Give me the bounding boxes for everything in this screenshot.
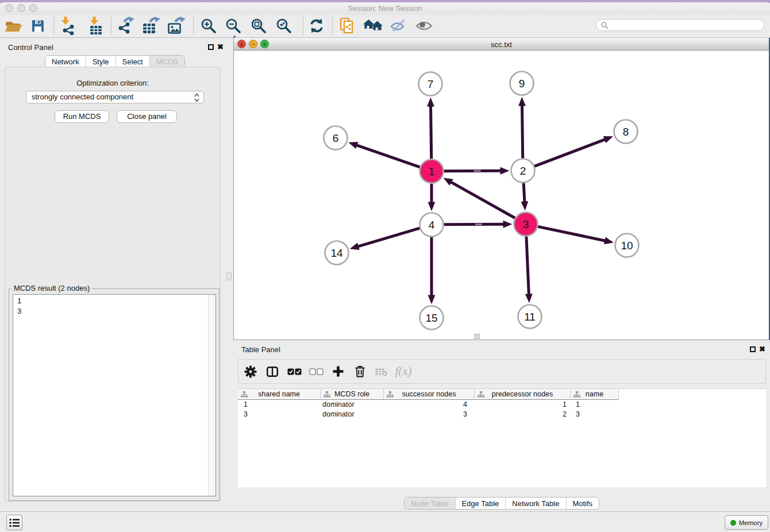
edge-3-11[interactable] (526, 236, 529, 296)
table-cell[interactable]: 4 (384, 400, 475, 410)
network-window-title: scc.txt (234, 40, 769, 49)
app-window: Session: New Session (0, 2, 770, 532)
graph-node-label: 1 (429, 165, 435, 178)
mcds-panel: Optimization criterion: strongly connect… (5, 67, 221, 502)
graph-node-label: 14 (330, 247, 343, 259)
float-panel-button[interactable] (208, 44, 214, 50)
graph-node-label: 15 (425, 312, 437, 324)
column-label: MCDS role (334, 390, 369, 398)
tab-motifs[interactable]: Motifs (565, 498, 599, 509)
graph-node-label: 3 (523, 218, 529, 230)
edge-1-7[interactable] (430, 104, 431, 159)
edge-arrowhead (603, 136, 613, 143)
optimization-criterion-select[interactable]: strongly connected component (26, 91, 204, 103)
table-toolbar: f(x) (238, 359, 766, 384)
import-network-icon[interactable] (59, 16, 78, 36)
zoom-out-icon[interactable] (224, 16, 243, 36)
task-history-button[interactable] (6, 515, 22, 530)
tab-mcds[interactable]: MCDS (149, 56, 184, 67)
hide-labels-icon[interactable] (388, 16, 408, 36)
optimization-criterion-label: Optimization criterion: (5, 79, 220, 87)
toolbar-separator (303, 17, 303, 34)
table-panel-title: Table Panel (241, 345, 280, 354)
function-builder-icon[interactable]: f(x) (392, 364, 414, 379)
network-window-titlebar[interactable]: x − + scc.txt (234, 38, 769, 51)
select-columns-icon[interactable] (261, 367, 283, 377)
table-settings-gear-icon[interactable] (240, 365, 261, 378)
float-table-panel-button[interactable] (750, 346, 756, 352)
tab-select[interactable]: Select (116, 56, 149, 67)
export-image-icon[interactable] (167, 16, 186, 36)
network-canvas[interactable]: 7968124314101511 (234, 51, 769, 340)
edge-arrowhead (604, 237, 614, 245)
delete-table-icon[interactable] (371, 367, 392, 376)
export-table-icon[interactable] (141, 16, 161, 36)
table-row[interactable]: 3dominator323 (238, 410, 766, 419)
show-view-icon[interactable] (414, 16, 434, 36)
select-all-icon[interactable] (283, 368, 305, 375)
save-icon[interactable] (28, 16, 48, 36)
panel-splitter-handle[interactable] (226, 272, 232, 280)
zoom-in-icon[interactable] (199, 16, 218, 36)
mcds-result-text[interactable]: 13 (13, 294, 216, 496)
close-panel-button[interactable]: ✖ (217, 44, 224, 50)
edge-1-2[interactable] (444, 171, 502, 171)
mcds-result-group: MCDS result (2 nodes) 13 (9, 288, 220, 501)
edge-2-9[interactable] (522, 103, 522, 158)
delete-icon[interactable] (349, 365, 371, 377)
result-scrollbar[interactable] (208, 295, 215, 496)
home-view-icon[interactable] (363, 16, 383, 36)
network-view-window: x − + scc.txt 7968124314101511 (233, 38, 770, 340)
column-header-shared-name[interactable]: shared name (238, 389, 321, 400)
share-document-icon[interactable] (338, 16, 357, 36)
table-row[interactable]: 1dominator411 (238, 400, 766, 410)
table-cell[interactable]: 3 (238, 410, 321, 419)
edge-1-6[interactable] (355, 145, 420, 167)
tab-edge-table[interactable]: Edge Table (455, 498, 505, 509)
edge-3-10[interactable] (538, 226, 607, 241)
table-tabs: Node TableEdge TableNetwork TableMotifs (404, 497, 599, 510)
column-label: shared name (258, 390, 300, 398)
edge-3-1[interactable] (449, 181, 515, 218)
table-cell[interactable]: 3 (571, 410, 619, 419)
tab-network[interactable]: Network (45, 56, 86, 67)
column-header-MCDS-role[interactable]: MCDS role (321, 389, 384, 400)
edge-2-8[interactable] (534, 139, 607, 167)
table-cell[interactable]: 3 (384, 410, 475, 419)
column-header-predecessor-nodes[interactable]: predecessor nodes (475, 389, 571, 400)
close-table-panel-button[interactable]: ✖ (759, 346, 765, 352)
tab-network-table[interactable]: Network Table (505, 498, 565, 509)
graph-node-label: 4 (429, 219, 435, 231)
canvas-resize-handle[interactable] (474, 334, 480, 339)
edge-2-3[interactable] (523, 183, 525, 203)
table-cell[interactable]: 1 (238, 400, 321, 410)
table-cell[interactable]: dominator (321, 400, 384, 410)
deselect-all-icon[interactable] (305, 368, 327, 375)
add-column-icon[interactable] (327, 366, 349, 377)
edge-4-3[interactable] (444, 224, 505, 225)
toolbar-separator (53, 17, 54, 34)
window-titlebar[interactable]: Session: New Session (0, 2, 770, 15)
table-cell[interactable]: 1 (571, 400, 619, 410)
edge-4-14[interactable] (356, 228, 419, 247)
graph-node-label: 10 (621, 240, 633, 252)
export-network-icon[interactable] (116, 16, 136, 36)
zoom-selected-icon[interactable] (274, 16, 294, 36)
open-folder-icon[interactable] (3, 16, 23, 36)
table-cell[interactable]: dominator (321, 410, 384, 419)
zoom-fit-icon[interactable] (249, 16, 268, 36)
table-cell[interactable]: 1 (475, 400, 571, 410)
table-cell[interactable]: 2 (475, 410, 571, 419)
import-table-icon[interactable] (86, 16, 106, 36)
column-header-successor-nodes[interactable]: successor nodes (384, 389, 475, 400)
run-mcds-button[interactable]: Run MCDS (55, 110, 109, 123)
memory-button[interactable]: Memory (725, 515, 768, 530)
tab-style[interactable]: Style (86, 56, 116, 67)
search-input[interactable] (596, 19, 764, 31)
control-panel-tabs: NetworkStyleSelectMCDS (45, 55, 185, 68)
tab-node-table[interactable]: Node Table (405, 498, 455, 509)
column-header-name[interactable]: name (571, 389, 619, 400)
table-panel: Table Panel ✖ f(x) (233, 341, 770, 511)
close-panel-button[interactable]: Close panel (117, 110, 177, 123)
refresh-icon[interactable] (307, 16, 326, 36)
